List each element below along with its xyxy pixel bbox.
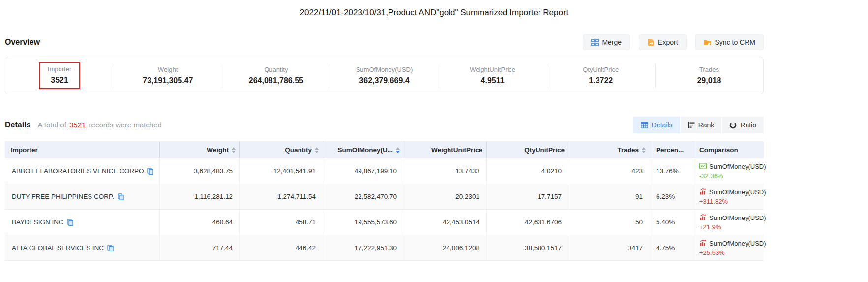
table-grid-icon: [641, 122, 648, 128]
view-mode-tabs: Details Rank Ratio: [633, 117, 764, 133]
col-header-trades[interactable]: Trades: [569, 141, 650, 158]
sum-of-money-cell: 19,555,573.60: [323, 210, 404, 235]
sync-folder-icon: [704, 39, 712, 46]
records-matched-text: A total of 3521 records were matched: [37, 121, 162, 129]
sort-icon[interactable]: [642, 147, 646, 153]
tab-rank[interactable]: Rank: [681, 117, 722, 133]
quantity-cell: 1,274,711.54: [240, 184, 323, 209]
sum-of-money-cell: 22,582,470.70: [323, 184, 404, 209]
qty-unit-price-cell: 42,631.6706: [487, 210, 569, 235]
stat-importer-label: Importer: [48, 65, 71, 73]
rank-bars-icon: [688, 122, 695, 128]
comparison-metric: SumOfMoney(USD): [709, 240, 766, 247]
sort-icon[interactable]: [315, 147, 319, 153]
stat-weight-value: 73,191,305.47: [143, 76, 193, 85]
stat-weight-unit-price: WeightUnitPrice 4.9511: [439, 57, 547, 94]
stat-weight-label: Weight: [158, 66, 178, 73]
total-count: 3521: [69, 121, 86, 129]
stat-trades: Trades 29,018: [655, 57, 763, 94]
export-button-label: Export: [658, 38, 678, 46]
stat-quantity-label: Quantity: [264, 66, 288, 73]
toolbar: Merge Export Sync to CRM: [583, 34, 764, 50]
table-header-row: Importer Weight Quantity SumOfMoney(U...…: [5, 141, 764, 158]
trend-up-chart-icon: [699, 214, 707, 222]
page-title: 2022/11/01-2023/10/31,Product AND"gold" …: [0, 8, 868, 18]
col-header-weight[interactable]: Weight: [160, 141, 240, 158]
percent-cell: 5.40%: [650, 210, 693, 235]
stat-qty-unit-price-label: QtyUnitPrice: [583, 66, 619, 73]
percent-cell: 4.75%: [650, 235, 693, 260]
sort-icon-active-desc[interactable]: [396, 147, 400, 153]
qty-unit-price-cell: 4.0210: [487, 158, 569, 184]
stat-qty-unit-price-value: 1.3722: [589, 76, 613, 85]
importer-name-cell[interactable]: ALTA GLOBAL SERVICES INC: [5, 235, 160, 260]
total-prefix: A total of: [37, 121, 66, 129]
copy-icon[interactable]: [118, 193, 124, 200]
stat-weight: Weight 73,191,305.47: [114, 57, 222, 94]
importer-name-cell[interactable]: ABBOTT LABORATORIES VENICE CORPORAT...: [5, 158, 160, 184]
table-row: ABBOTT LABORATORIES VENICE CORPORAT... 3…: [5, 158, 764, 184]
copy-icon[interactable]: [147, 168, 153, 175]
sort-icon[interactable]: [232, 147, 236, 153]
percent-cell: 13.76%: [650, 158, 693, 184]
merge-button[interactable]: Merge: [583, 34, 630, 50]
tab-details[interactable]: Details: [633, 117, 680, 133]
comparison-change: +25.63%: [699, 249, 725, 256]
importer-annotation-box: Importer 3521: [39, 62, 80, 89]
comparison-cell: SumOfMoney(USD) +25.63%: [693, 235, 764, 260]
col-header-sum-of-money[interactable]: SumOfMoney(U...: [323, 141, 404, 158]
export-button[interactable]: Export: [639, 34, 686, 50]
importer-report-page: 2022/11/01-2023/10/31,Product AND"gold" …: [0, 0, 868, 282]
weight-unit-price-cell: 13.7433: [404, 158, 487, 184]
quantity-cell: 446.42: [240, 235, 323, 260]
stat-importer-value: 3521: [51, 76, 68, 85]
copy-icon[interactable]: [107, 245, 114, 251]
col-header-quantity[interactable]: Quantity: [240, 141, 323, 158]
quantity-cell: 458.71: [240, 210, 323, 235]
comparison-metric: SumOfMoney(USD): [709, 214, 766, 221]
trades-cell: 3417: [569, 235, 650, 260]
weight-unit-price-cell: 24,006.1208: [404, 235, 487, 260]
trades-cell: 423: [569, 158, 650, 184]
tab-ratio-label: Ratio: [740, 121, 756, 129]
table-row: DUTY FREE PHILIPPINES CORP. 1,116,281.12…: [5, 184, 764, 210]
merge-icon: [591, 39, 599, 46]
trades-cell: 91: [569, 184, 650, 209]
details-heading: Details: [5, 121, 30, 129]
stat-weight-unit-price-label: WeightUnitPrice: [470, 66, 515, 73]
overview-heading: Overview: [5, 38, 40, 47]
importer-name-cell[interactable]: DUTY FREE PHILIPPINES CORP.: [5, 184, 160, 209]
weight-unit-price-cell: 42,453.0514: [404, 210, 487, 235]
col-header-comparison: Comparison: [693, 141, 764, 158]
overview-stats-card: Importer 3521 Weight 73,191,305.47 Quant…: [5, 57, 764, 94]
weight-cell: 717.44: [160, 235, 240, 260]
trend-down-chart-icon: [699, 162, 707, 171]
importer-name[interactable]: ABBOTT LABORATORIES VENICE CORPORAT...: [12, 167, 144, 175]
copy-icon[interactable]: [67, 219, 73, 226]
table-row: ALTA GLOBAL SERVICES INC 717.44 446.42 1…: [5, 235, 764, 261]
stat-weight-unit-price-value: 4.9511: [481, 76, 505, 85]
importer-name[interactable]: DUTY FREE PHILIPPINES CORP.: [12, 193, 114, 200]
col-header-weight-unit-price: WeightUnitPrice: [404, 141, 487, 158]
tab-ratio[interactable]: Ratio: [722, 117, 764, 133]
tab-rank-label: Rank: [698, 121, 715, 129]
weight-cell: 460.64: [160, 210, 240, 235]
comparison-change: -32.36%: [699, 172, 723, 180]
quantity-cell: 12,401,541.91: [240, 158, 323, 184]
trend-up-chart-icon: [699, 188, 707, 196]
export-file-icon: [647, 39, 655, 46]
stat-trades-label: Trades: [699, 66, 719, 73]
stat-qty-unit-price: QtyUnitPrice 1.3722: [547, 57, 655, 94]
importer-name-cell[interactable]: BAYDESIGN INC: [5, 210, 160, 235]
sum-of-money-cell: 17,222,951.30: [323, 235, 404, 260]
importer-name[interactable]: BAYDESIGN INC: [12, 219, 63, 226]
comparison-metric: SumOfMoney(USD): [709, 163, 766, 170]
comparison-cell: SumOfMoney(USD) +311.82%: [693, 184, 764, 209]
trend-up-chart-icon: [699, 239, 707, 248]
col-header-qty-unit-price: QtyUnitPrice: [487, 141, 569, 158]
sync-to-crm-button[interactable]: Sync to CRM: [695, 34, 764, 50]
importer-name[interactable]: ALTA GLOBAL SERVICES INC: [12, 244, 104, 251]
qty-unit-price-cell: 17.7157: [487, 184, 569, 209]
comparison-metric: SumOfMoney(USD): [709, 188, 766, 196]
stat-quantity: Quantity 264,081,786.55: [222, 57, 330, 94]
